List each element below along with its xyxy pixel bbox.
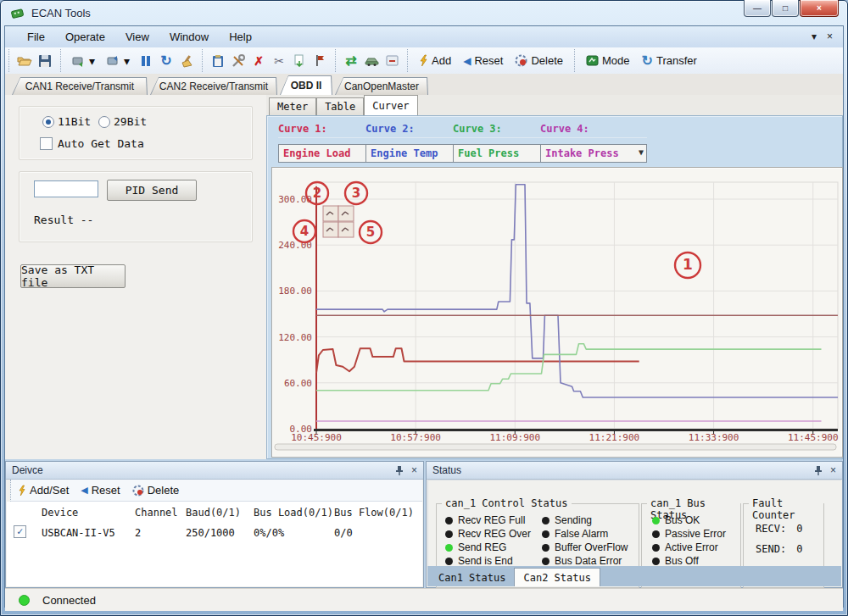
led-icon	[652, 530, 660, 538]
reset-button[interactable]: ◀ Reset	[457, 51, 509, 71]
auto-get-data-checkbox[interactable]	[40, 137, 53, 150]
tab-obd-ii[interactable]: OBD II	[280, 75, 332, 95]
connection-led-icon	[19, 595, 30, 606]
status-item-label: Recv REG Over	[458, 528, 531, 540]
toolbar-group-connection: ▾ ▾ ↻	[60, 49, 200, 72]
svg-text:11:45:900: 11:45:900	[788, 432, 839, 443]
led-icon	[652, 558, 660, 565]
device-cell-device: USBCAN-II-V5	[42, 527, 115, 539]
subtab-table[interactable]: Table	[316, 97, 364, 115]
tab-label: CAN1 Receive/Transmit	[13, 78, 147, 95]
reset-arrow-icon: ◀	[463, 56, 471, 66]
svg-text:2: 2	[313, 186, 321, 201]
counter-recv: RECV:0	[756, 523, 802, 535]
minimize-button[interactable]: —	[744, 0, 771, 17]
subtab-meter[interactable]: Meter	[269, 97, 316, 115]
tab-overflow-icon[interactable]: ▾	[812, 31, 817, 42]
status-panel-close-icon[interactable]: ×	[830, 464, 836, 476]
svg-text:11:21:900: 11:21:900	[589, 432, 640, 443]
curve-pad-button[interactable]	[338, 206, 354, 221]
pin-icon[interactable]	[394, 465, 404, 475]
vehicle-button[interactable]	[361, 51, 382, 71]
transfer-button[interactable]: ↻ Transfer	[636, 51, 703, 71]
status-item-false-alarm: False Alarm	[542, 528, 608, 540]
delete-x-button[interactable]: ✗	[248, 51, 269, 71]
add-button[interactable]: Add	[413, 51, 457, 71]
device-reset-button[interactable]: ◀ Reset	[81, 484, 120, 497]
counter-send: SEND:0	[756, 543, 802, 555]
curve-combo-value: Intake Press	[545, 147, 619, 159]
statustab-can2-status[interactable]: Can2 Status	[514, 568, 600, 586]
delete-circle-icon	[132, 485, 144, 497]
pin-icon[interactable]	[813, 465, 823, 475]
status-item-send-reg: Send REG	[445, 541, 506, 553]
svg-text:10:57:900: 10:57:900	[390, 432, 441, 443]
refresh-button[interactable]: ↻	[156, 51, 176, 71]
device-reset-label: Reset	[92, 484, 120, 497]
curve-pad-button[interactable]	[323, 222, 338, 237]
status-item-active-error: Active Error	[652, 541, 718, 553]
clear-button[interactable]	[176, 51, 197, 71]
led-icon	[542, 517, 550, 524]
curve-combo-value: Engine Load	[283, 147, 350, 159]
tab-close-icon[interactable]: ×	[827, 31, 833, 42]
status-item-label: False Alarm	[555, 528, 608, 540]
led-icon	[445, 544, 453, 552]
save-button[interactable]	[35, 51, 55, 71]
tab-label: CanOpenMaster	[336, 78, 427, 95]
pause-button[interactable]	[136, 51, 156, 71]
tools-button[interactable]	[228, 51, 248, 71]
curve-pad-button[interactable]	[338, 222, 354, 237]
maximize-button[interactable]: □	[772, 0, 799, 17]
curve-pad-button[interactable]	[323, 206, 338, 221]
toolbar-group-edit: ✗ ✂	[202, 49, 333, 72]
menu-operate[interactable]: Operate	[55, 28, 115, 46]
close-button[interactable]: ×	[800, 0, 839, 17]
delete-button[interactable]: Delete	[509, 51, 569, 71]
svg-text:60.00: 60.00	[284, 378, 312, 389]
tab-can1-receive-transmit[interactable]: CAN1 Receive/Transmit	[12, 77, 148, 95]
device-delete-button[interactable]: Delete	[132, 484, 180, 497]
transfer-button-label: Transfer	[656, 54, 697, 67]
client-area: FileOperateViewWindowHelp	[4, 25, 844, 608]
copy-down-button[interactable]	[289, 51, 310, 71]
collapse-button[interactable]	[382, 51, 402, 71]
menu-window[interactable]: Window	[159, 28, 219, 46]
mode-button[interactable]: Mode	[580, 51, 636, 71]
scissors-icon: ✂	[274, 55, 284, 67]
window-title: ECAN Tools	[31, 7, 91, 19]
flag-button[interactable]	[310, 51, 330, 71]
menu-help[interactable]: Help	[219, 28, 262, 46]
clipboard-icon	[212, 54, 224, 68]
radio-29bit[interactable]	[98, 116, 110, 128]
connect-device-button[interactable]: ▾	[66, 51, 101, 71]
add-button-label: Add	[432, 54, 451, 67]
pid-input[interactable]	[34, 180, 98, 197]
pid-send-button[interactable]: PID Send	[107, 180, 197, 201]
open-file-button[interactable]	[14, 51, 35, 71]
counter-value: 0	[796, 523, 802, 535]
subtab-curver[interactable]: Curver	[364, 95, 417, 115]
radio-11bit[interactable]	[42, 116, 54, 128]
paste-button[interactable]	[208, 51, 228, 71]
status-item-passive-error: Passive Error	[652, 528, 726, 540]
curve-combo-4[interactable]: Intake Press▼	[540, 144, 647, 163]
device-row-checkbox[interactable]: ✓	[14, 525, 26, 538]
menu-view[interactable]: View	[115, 28, 159, 46]
counter-label: SEND:	[756, 543, 786, 555]
tab-can2-receive-transmit[interactable]: CAN2 Receive/Transmit	[150, 77, 277, 95]
device-addset-button[interactable]: Add/Set	[18, 484, 69, 497]
svg-text:120.00: 120.00	[278, 332, 312, 343]
device-panel-close-icon[interactable]: ×	[411, 464, 417, 476]
route-button[interactable]: ⇄	[341, 51, 361, 71]
save-txt-button[interactable]: Save as TXT file	[20, 264, 126, 288]
cut-button[interactable]: ✂	[269, 51, 289, 71]
device-connect-icon	[72, 55, 86, 67]
group-title: can_1 Control Status	[442, 497, 572, 509]
disconnect-device-button[interactable]: ▾	[101, 51, 136, 71]
tab-canopenmaster[interactable]: CanOpenMaster	[335, 77, 428, 95]
status-tab-bar: Can1 StatusCan2 Status	[427, 566, 841, 586]
status-item-recv-reg-full: Recv REG Full	[445, 514, 525, 526]
menu-file[interactable]: File	[17, 28, 55, 46]
statustab-can1-status[interactable]: Can1 Status	[430, 569, 514, 586]
